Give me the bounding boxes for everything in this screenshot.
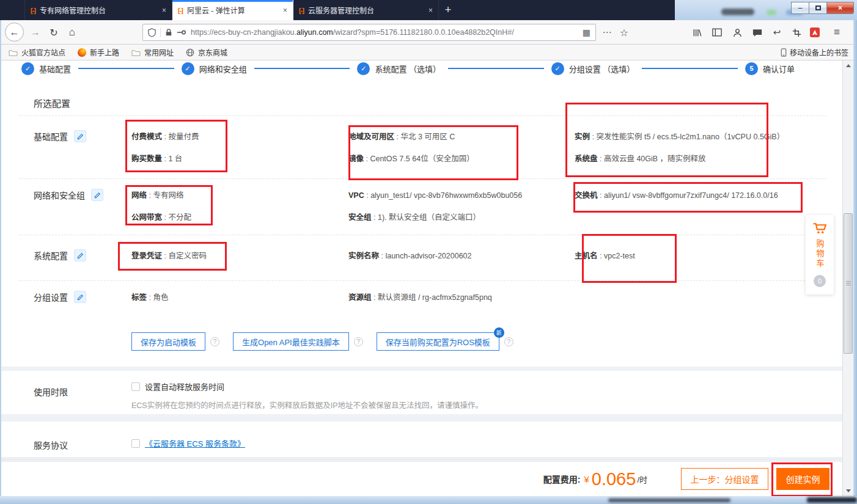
bookmark-item[interactable]: 新手上路 [78,47,119,57]
bookmark-star-icon[interactable] [616,24,632,41]
auto-release-description: ECS实例将在您预约的时间点进行释放，实例释放后数据及IP地址不会被保留且无法找… [131,399,483,411]
bookmark-label: 火狐官方站点 [21,47,65,57]
section-label: 分组设置 [34,292,68,303]
step-label: 基础配置 [39,63,71,75]
qr-code-icon[interactable] [583,27,590,37]
save-launch-template-button[interactable]: 保存为启动模板 [131,332,205,351]
step-basic-config[interactable]: 基础配置 [21,62,71,75]
ecs-terms-link[interactable]: 《云服务器 ECS 服务条款》 [145,437,245,449]
auto-release-checkbox[interactable] [131,382,140,391]
step-connector [78,68,174,69]
maximize-icon [815,5,821,10]
url-prefix: https://ecs-buy-cn-zhangjiakou. [191,28,296,37]
cart-count-badge: 0 [814,275,826,287]
new-tab-button[interactable] [439,0,457,20]
mobile-bookmarks[interactable]: 移动设备上的书签 [781,47,848,57]
generate-openapi-script-button[interactable]: 生成Open API最佳实践脚本 [233,332,349,351]
bookmark-item[interactable]: 常用网址 [131,47,174,57]
wizard-step-bar: 基础配置 网络和安全组 系统配置 （选填） 分组设置 （选填） 5 确认订单 [21,61,795,76]
scroll-up-arrow[interactable] [843,60,854,71]
agreement-checkbox[interactable] [131,439,140,448]
url-text[interactable]: https://ecs-buy-cn-zhangjiakou.aliyun.co… [191,28,578,37]
tab-close-icon[interactable] [428,6,433,15]
previous-step-button[interactable]: 上一步：分组设置 [681,468,768,490]
step-label: 系统配置 （选填） [375,63,441,75]
send-to-device-icon[interactable] [769,24,785,41]
step-system-config[interactable]: 系统配置 （选填） [357,62,441,75]
fee-label: 配置费用: [543,473,581,485]
address-bar[interactable]: https://ecs-buy-cn-zhangjiakou.aliyun.co… [142,24,596,41]
forward-button[interactable] [28,24,43,41]
tab-vpc-console[interactable]: 专有网络管理控制台 [24,0,172,20]
scroll-down-arrow[interactable] [843,486,854,496]
close-button[interactable]: × [826,2,854,14]
home-button[interactable] [65,24,79,41]
page-content: 基础配置 网络和安全组 系统配置 （选填） 分组设置 （选填） 5 确认订单 [0,60,842,496]
config-item: 安全组1). 默认安全组（自定义端口） [348,212,575,223]
save-ros-template-button[interactable]: 保存当前购买配置为ROS模板新 [377,332,499,351]
config-item: 网络专有网络 [131,190,348,201]
step-confirm-order[interactable]: 5 确认订单 [745,62,795,75]
bookmark-label: 京东商城 [198,47,227,57]
page-actions-icon[interactable] [600,24,614,41]
lock-icon[interactable] [165,28,172,37]
cart-label: 购物车 [814,239,826,269]
selected-config-card: 所选配置 基础配置 付费模式按量付费 购买数量1 台 地域及可用区华北 3 可用… [18,86,826,367]
messages-icon[interactable] [749,24,765,41]
folder-icon [9,49,18,56]
config-item: 资源组默认资源组 / rg-acfmx5zgnaf5pnq [348,292,575,303]
permissions-key-icon[interactable] [177,29,186,36]
edit-icon[interactable] [74,291,86,303]
fee-unit: /时 [637,473,647,485]
summary-row-network: 网络和安全组 网络专有网络 公网带宽不分配 VPCalyun_test1/ vp… [18,179,826,235]
tab-ecs-buy-active[interactable]: 阿里云 - 弹性计算 [172,0,293,20]
maximize-button[interactable] [809,2,826,14]
tab-ecs-console[interactable]: 云服务器管理控制台 [293,0,439,20]
step-check-icon [357,62,370,75]
firefox-logo-icon [78,48,86,57]
config-item: 系统盘高效云盘 40GiB ，随实例释放 [575,153,826,164]
sidebar-icon[interactable] [709,24,725,41]
step-check-icon [551,62,564,75]
config-item: 标签角色 [131,292,348,303]
account-icon[interactable] [729,24,745,41]
screenshot-icon[interactable] [789,24,804,41]
extension-icon[interactable] [807,24,823,41]
vertical-scrollbar[interactable] [842,60,853,496]
tab-title: 专有网络管理控制台 [40,5,158,15]
shopping-cart-panel[interactable]: 购物车 0 [806,215,834,294]
url-suffix: /wizard?spm=5176.11182180.0.0.10ea4882b2… [333,28,514,37]
config-item: 地域及可用区华北 3 可用区 C [348,131,575,142]
bookmark-item[interactable]: 京东商城 [186,47,227,57]
step-connector [642,68,738,69]
help-icon[interactable] [504,337,513,346]
step-connector [448,68,544,69]
back-button[interactable] [5,23,24,42]
library-icon[interactable] [689,24,705,41]
edit-icon[interactable] [74,130,86,142]
menu-icon[interactable] [829,24,845,41]
tab-title: 阿里云 - 弹性计算 [187,5,279,15]
tracking-shield-icon[interactable] [148,28,156,37]
step-label: 分组设置 （选填） [569,63,635,75]
tab-close-icon[interactable] [283,6,287,15]
reload-button[interactable] [46,24,61,41]
minimize-button[interactable]: – [791,2,809,14]
tab-close-icon[interactable] [162,6,166,15]
scrollbar-thumb[interactable] [844,213,853,354]
create-instance-button[interactable]: 创建实例 [776,468,829,490]
help-icon[interactable] [210,337,219,346]
auto-release-option: 设置自动释放服务时间 [131,381,224,392]
currency-symbol: ¥ [584,474,589,484]
edit-icon[interactable] [91,189,103,201]
config-item: VPCalyun_test1/ vpc-8vb76hwxwm6xb5w0bu05… [348,190,575,201]
summary-row-grouping: 分组设置 标签角色 资源组默认资源组 / rg-acfmx5zgnaf5pnq [18,281,826,319]
help-icon[interactable] [354,337,363,346]
cart-icon [812,221,828,235]
bookmark-label: 移动设备上的书签 [790,47,848,57]
edit-icon[interactable] [74,249,86,261]
step-grouping[interactable]: 分组设置 （选填） [551,62,635,75]
bookmark-label: 新手上路 [90,47,119,57]
step-network[interactable]: 网络和安全组 [182,62,247,75]
bookmark-item[interactable]: 火狐官方站点 [9,47,65,57]
